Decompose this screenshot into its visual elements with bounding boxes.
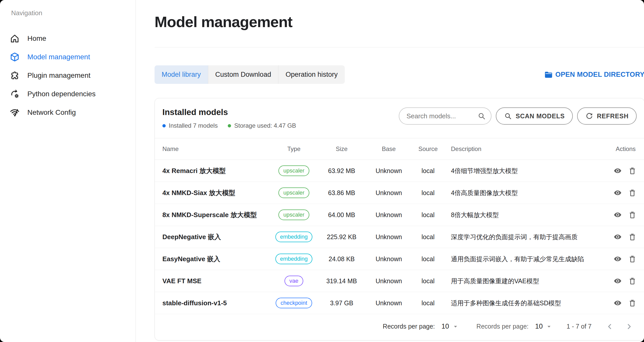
tab-custom-download[interactable]: Custom Download [208,65,278,84]
table-body: 4x Remacri 放大模型 upscaler 63.92 MB Unknow… [155,160,644,314]
delete-trash-icon[interactable] [628,299,637,307]
card-header-actions: SCAN MODELS REFRESH [399,107,637,125]
model-source: local [409,211,447,219]
view-eye-icon[interactable] [613,299,622,307]
refresh-icon [585,112,593,120]
model-base: Unknown [369,233,409,241]
open-model-directory-label: OPEN MODEL DIRECTORY [555,71,644,79]
refresh-button[interactable]: REFRESH [577,107,637,125]
view-eye-icon[interactable] [613,211,622,219]
model-size: 24.08 KB [314,255,369,263]
open-model-directory-button[interactable]: OPEN MODEL DIRECTORY [544,70,644,80]
model-base: Unknown [369,189,409,197]
card-header-left: Installed models Installed 7 models Stor… [162,107,296,129]
tabs-row: Model library Custom Download Operation … [155,65,644,84]
tab-operation-history[interactable]: Operation history [278,65,345,84]
scan-models-label: SCAN MODELS [516,112,565,120]
chevron-down-icon[interactable] [452,323,459,330]
delete-trash-icon[interactable] [628,277,637,285]
sidebar-item-python-dependencies[interactable]: Python dependencies [10,85,136,103]
sync-gear-icon [10,89,20,99]
sidebar-item-label: Python dependencies [27,90,96,98]
model-name: 4x NMKD-Siax 放大模型 [162,188,273,197]
storage-used-status: Storage used: 4.47 GB [228,122,296,129]
view-eye-icon[interactable] [613,166,622,175]
model-name: EasyNegative 嵌入 [162,255,273,263]
column-header-description: Description [447,145,613,153]
sidebar-item-plugin-management[interactable]: Plugin management [10,66,136,85]
model-type-badge: upscaler [278,187,309,198]
model-base: Unknown [369,255,409,263]
network-wifi-icon [10,107,20,118]
tab-label: Operation history [286,71,338,79]
model-description: 深度学习优化的负面提示词，有助于提高画质 [447,233,613,241]
row-actions [613,299,637,307]
search-box [399,107,491,125]
search-icon[interactable] [477,112,486,120]
delete-trash-icon[interactable] [628,188,637,197]
model-source: local [409,167,447,175]
pagination-bar: Records per page: 10 Records per page: 1… [155,314,644,340]
sidebar-item-label: Model management [27,53,90,61]
tab-label: Custom Download [215,71,271,79]
records-per-page-select[interactable]: 10 [535,322,543,330]
row-actions [613,188,637,197]
refresh-label: REFRESH [597,112,629,120]
column-header-base: Base [369,145,409,153]
model-source: local [409,299,447,307]
view-eye-icon[interactable] [613,188,622,197]
delete-trash-icon[interactable] [628,166,637,175]
column-header-type: Type [273,145,314,153]
status-row: Installed 7 models Storage used: 4.47 GB [162,122,296,129]
model-source: local [409,277,447,285]
model-size: 3.97 GB [314,299,369,307]
chevron-down-icon[interactable] [546,323,552,330]
table-row: stable-diffusion-v1-5 checkpoint 3.97 GB… [155,292,644,314]
model-base: Unknown [369,277,409,285]
row-actions [613,277,637,285]
model-type-badge: upscaler [278,165,309,176]
row-actions [613,211,637,219]
row-actions [613,233,637,241]
model-description: 4倍细节增强型放大模型 [447,167,613,175]
previous-page-chevron-icon[interactable] [606,322,614,331]
model-size: 225.92 KB [314,233,369,241]
model-description: 4倍高质量图像放大模型 [447,189,613,197]
storage-dot-icon [228,124,231,127]
model-source: local [409,255,447,263]
panel-title: Installed models [162,107,296,117]
table-header: Name Type Size Base Source Description A… [155,138,644,160]
folder-icon [544,70,553,80]
puzzle-icon [10,70,20,81]
installed-count-label: Installed 7 models [169,122,218,129]
sidebar-item-network-config[interactable]: Network Config [10,103,136,122]
next-page-chevron-icon[interactable] [625,322,633,331]
tab-group: Model library Custom Download Operation … [155,65,345,84]
view-eye-icon[interactable] [613,255,622,263]
model-description: 8倍大幅放大模型 [447,211,613,219]
view-eye-icon[interactable] [613,277,622,285]
column-header-name: Name [162,145,273,153]
view-eye-icon[interactable] [613,233,622,241]
delete-trash-icon[interactable] [628,211,637,219]
table-row: 4x NMKD-Siax 放大模型 upscaler 63.86 MB Unkn… [155,182,644,204]
scan-models-button[interactable]: SCAN MODELS [496,107,573,125]
delete-trash-icon[interactable] [628,233,637,241]
records-per-page-label: Records per page: [477,323,529,330]
model-type-badge: embedding [275,232,313,242]
row-actions [613,166,637,175]
tab-model-library[interactable]: Model library [155,65,208,84]
tab-label: Model library [162,71,201,79]
sidebar-item-home[interactable]: Home [10,29,136,48]
model-name: 8x NMKD-Superscale 放大模型 [162,211,273,219]
search-icon [504,112,512,120]
search-input[interactable] [406,112,475,120]
storage-used-label: Storage used: 4.47 GB [234,122,296,129]
cube-icon [10,52,20,62]
sidebar-item-model-management[interactable]: Model management [10,48,136,66]
app-window: Navigation Home Model management Plugin … [0,0,644,342]
records-per-page-select[interactable]: 10 [442,322,449,330]
column-header-source: Source [409,145,447,153]
delete-trash-icon[interactable] [628,255,637,263]
model-source: local [409,233,447,241]
